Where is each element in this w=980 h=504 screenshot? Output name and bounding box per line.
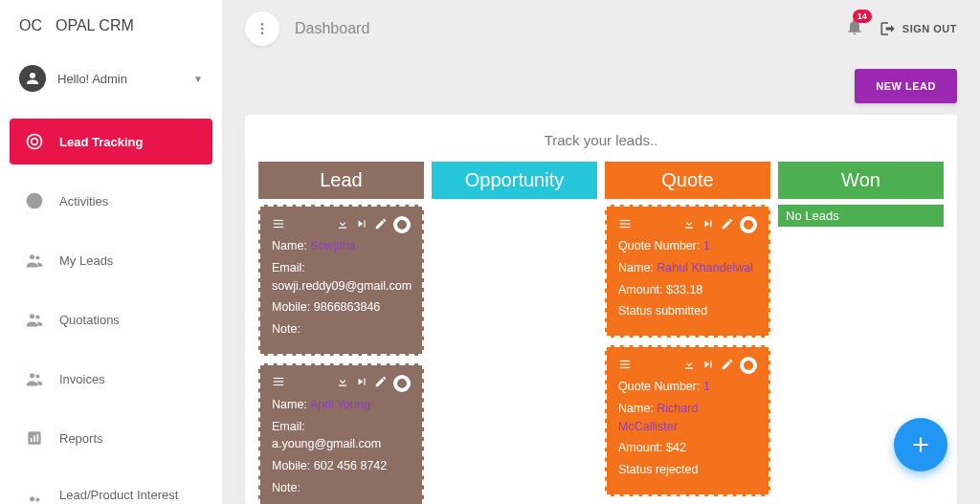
brand: OC OPAL CRM [0, 0, 222, 48]
sidebar-item-label: Invoices [59, 372, 105, 386]
people-icon [25, 369, 44, 388]
download-icon[interactable] [336, 217, 349, 233]
svg-rect-30 [620, 366, 631, 367]
reports-icon [25, 428, 44, 448]
quote-name-link[interactable]: Rahul Khandelwal [657, 261, 753, 274]
people-icon [25, 251, 44, 270]
sidebar-item-lead-tracking[interactable]: Lead Tracking [10, 119, 212, 164]
target-icon [25, 132, 44, 151]
more-button[interactable] [245, 11, 279, 46]
column-header: Lead [258, 162, 424, 199]
quote-number-link[interactable]: 1 [703, 380, 710, 393]
signout-icon [880, 20, 897, 37]
quote-card[interactable]: Quote Number: 1 Name: Rahul Khandelwal A… [605, 205, 770, 338]
clock-icon[interactable] [393, 216, 411, 233]
quote-number-link[interactable]: 1 [703, 239, 710, 252]
svg-rect-21 [274, 226, 284, 227]
svg-point-16 [261, 23, 264, 26]
skip-icon[interactable] [355, 375, 368, 391]
chevron-down-icon: ▼ [193, 74, 203, 84]
svg-rect-10 [33, 436, 35, 443]
column-quote: Quote [605, 162, 770, 504]
sidebar-item-label: Lead Tracking [59, 135, 143, 149]
user-menu[interactable]: Hello! Admin ▼ [0, 48, 222, 109]
user-greeting: Hello! Admin [57, 72, 182, 86]
plus-icon [908, 432, 933, 457]
lead-name-link[interactable]: April Young [310, 398, 370, 411]
svg-rect-19 [274, 219, 284, 220]
signout-button[interactable]: SIGN OUT [880, 20, 957, 37]
svg-rect-27 [620, 226, 631, 227]
column-header: Opportunity [432, 162, 597, 199]
lead-card[interactable]: Name: April Young Email: a.young@gmail.c… [258, 363, 424, 504]
sidebar-item-label: Quotations [59, 313, 120, 327]
sidebar-item-label: Activities [59, 194, 108, 208]
sidebar-item-lead-product-interest[interactable]: Lead/Product Interest view [10, 474, 212, 504]
skip-icon[interactable] [355, 217, 368, 233]
skip-icon[interactable] [702, 358, 715, 374]
skip-icon[interactable] [702, 217, 715, 233]
more-vertical-icon [255, 21, 270, 36]
edit-icon[interactable] [374, 375, 388, 391]
new-lead-button[interactable]: NEW LEAD [855, 69, 957, 103]
people-icon [25, 310, 44, 329]
menu-icon[interactable] [272, 375, 285, 391]
notifications-button[interactable]: 14 [845, 17, 864, 40]
main: Dashboard 14 SIGN OUT NEW LEAD Track you… [222, 0, 980, 504]
lead-name-link[interactable]: Sowjitha [310, 239, 355, 252]
quote-card[interactable]: Quote Number: 1 Name: Richard McCalliste… [605, 345, 770, 496]
svg-point-7 [35, 374, 39, 378]
lead-card[interactable]: Name: Sowjitha Email: sowji.reddy09@gmai… [258, 205, 424, 356]
column-header: Won [778, 162, 944, 199]
brand-name: OPAL CRM [56, 17, 134, 34]
menu-icon[interactable] [618, 217, 632, 233]
sidebar-item-invoices[interactable]: Invoices [10, 356, 212, 402]
svg-point-3 [35, 255, 39, 259]
svg-point-18 [261, 32, 264, 34]
svg-point-1 [27, 193, 43, 209]
clock-icon[interactable] [393, 375, 411, 392]
board: Track your leads.. Lead [245, 115, 957, 504]
avatar-icon [19, 65, 46, 92]
sidebar-item-label: Lead/Product Interest view [59, 488, 197, 504]
svg-rect-29 [620, 363, 631, 364]
svg-point-4 [30, 314, 34, 318]
svg-rect-11 [37, 434, 39, 442]
svg-rect-22 [274, 378, 284, 379]
menu-icon[interactable] [618, 358, 632, 374]
sidebar-item-reports[interactable]: Reports [10, 415, 212, 461]
svg-point-13 [35, 497, 39, 501]
clock-icon[interactable] [740, 216, 757, 233]
svg-point-2 [30, 254, 34, 259]
notifications-badge: 14 [853, 10, 872, 23]
edit-icon[interactable] [374, 217, 388, 233]
svg-point-12 [30, 496, 34, 501]
svg-rect-28 [620, 360, 631, 361]
people-icon [25, 493, 44, 504]
sidebar: OC OPAL CRM Hello! Admin ▼ Lead Tracking… [0, 0, 222, 504]
activities-icon [25, 191, 44, 210]
topbar: Dashboard 14 SIGN OUT [222, 0, 980, 57]
fab-add-button[interactable] [894, 418, 947, 471]
svg-point-17 [261, 28, 264, 31]
svg-rect-26 [620, 223, 631, 224]
menu-icon[interactable] [272, 217, 285, 233]
sidebar-item-my-leads[interactable]: My Leads [10, 237, 212, 283]
svg-rect-9 [31, 438, 33, 442]
column-header: Quote [605, 162, 770, 199]
columns: Lead [258, 162, 944, 504]
download-icon[interactable] [336, 375, 349, 391]
clock-icon[interactable] [740, 357, 757, 374]
page-title: Dashboard [295, 20, 369, 37]
nav: Lead Tracking Activities My Leads Quotat… [0, 109, 222, 504]
sidebar-item-activities[interactable]: Activities [10, 178, 212, 224]
svg-rect-20 [274, 223, 284, 224]
actionbar: NEW LEAD [222, 57, 980, 115]
sidebar-item-quotations[interactable]: Quotations [10, 296, 212, 342]
sidebar-item-label: Reports [59, 431, 103, 446]
download-icon[interactable] [682, 358, 696, 374]
edit-icon[interactable] [721, 358, 734, 374]
signout-label: SIGN OUT [902, 23, 957, 34]
download-icon[interactable] [682, 217, 696, 233]
edit-icon[interactable] [721, 217, 734, 233]
